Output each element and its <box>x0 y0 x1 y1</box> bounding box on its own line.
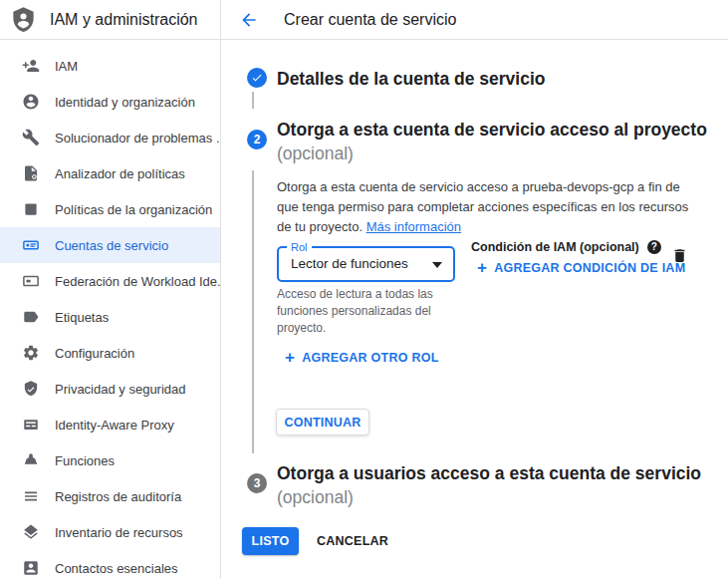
add-another-role-button[interactable]: AGREGAR OTRO ROL <box>285 349 439 366</box>
add-iam-condition-button[interactable]: AGREGAR CONDICIÓN DE IAM <box>477 259 685 276</box>
step-2-optional: (opcional) <box>277 142 707 165</box>
step-connector <box>252 92 254 109</box>
done-button[interactable]: LISTO <box>242 527 299 555</box>
main-content: Detalles de la cuenta de servicio 2 Otor… <box>221 40 728 579</box>
label-tag-icon <box>22 308 40 326</box>
sidebar-item-privacidad[interactable]: Privacidad y seguridad <box>0 371 220 407</box>
role-select[interactable]: Rol Lector de funciones <box>277 246 455 282</box>
sidebar-item-etiquetas[interactable]: Etiquetas <box>0 299 220 335</box>
step-1-indicator <box>247 68 267 88</box>
top-bar: IAM y administración Crear cuenta de ser… <box>0 0 728 40</box>
sidebar-item-label: Configuración <box>55 346 134 361</box>
sidebar-item-politicas-org[interactable]: Políticas de la organización <box>0 191 220 227</box>
sidebar-item-label: Privacidad y seguridad <box>55 382 186 397</box>
back-button[interactable] <box>237 8 261 32</box>
sidebar-item-funciones[interactable]: Funciones <box>0 442 220 478</box>
step-2-description: Otorga a esta cuenta de servicio acceso … <box>277 177 699 237</box>
check-icon <box>251 72 263 84</box>
gear-icon <box>22 344 40 362</box>
help-question-icon[interactable] <box>647 240 661 254</box>
step-connector <box>252 170 254 453</box>
iam-shield-person-icon <box>10 6 37 33</box>
sidebar-nav: IAM Identidad y organización Solucionado… <box>0 40 221 579</box>
contact-card-icon <box>22 559 40 577</box>
sidebar-header: IAM y administración <box>0 0 221 40</box>
continue-button[interactable]: CONTINUAR <box>276 409 369 435</box>
role-field-value: Lector de funciones <box>291 256 408 271</box>
step-1-title: Detalles de la cuenta de servicio <box>277 69 545 89</box>
arrow-back-icon <box>239 10 259 30</box>
sidebar-item-label: Funciones <box>55 453 115 468</box>
step-3-title: Otorga a usuarios acceso a esta cuenta d… <box>277 461 701 509</box>
more-info-link[interactable]: Más información <box>366 219 461 234</box>
sidebar-item-label: Cuentas de servicio <box>55 238 168 253</box>
sidebar-item-registros[interactable]: Registros de auditoría <box>0 478 220 514</box>
layers-icon <box>22 523 40 541</box>
shield-check-icon <box>22 380 40 398</box>
page-header: Crear cuenta de servicio <box>221 0 728 40</box>
step-2-title: Otorga a esta cuenta de servicio acceso … <box>277 118 707 165</box>
role-helper-text: Acceso de lectura a todas las funciones … <box>277 286 468 337</box>
page-title: Crear cuenta de servicio <box>284 11 456 29</box>
document-gear-icon <box>22 164 40 182</box>
sidebar-item-cuentas-de-servicio[interactable]: Cuentas de servicio <box>0 227 220 263</box>
workload-identity-card-icon <box>22 272 40 290</box>
step-3-indicator: 3 <box>247 473 267 493</box>
sidebar-item-label: Contactos esenciales <box>55 561 178 576</box>
sidebar-item-inventario[interactable]: Inventario de recursos <box>0 514 220 550</box>
sidebar-item-iam[interactable]: IAM <box>0 48 220 84</box>
plus-icon <box>285 349 295 366</box>
hard-hat-icon <box>22 451 40 469</box>
list-lines-icon <box>22 487 40 505</box>
step-3-optional: (opcional) <box>277 485 701 509</box>
sidebar-item-identidad[interactable]: Identidad y organización <box>0 84 220 120</box>
sidebar-item-federacion-workload[interactable]: Federación de Workload Ide... <box>0 263 220 299</box>
cancel-button[interactable]: CANCELAR <box>309 527 396 555</box>
role-field-label: Rol <box>287 240 312 254</box>
card-icon <box>22 200 40 218</box>
service-account-icon <box>22 236 40 254</box>
iam-condition-label: Condición de IAM (opcional) <box>471 240 661 254</box>
sidebar-item-label: Identity-Aware Proxy <box>55 418 174 433</box>
app-title: IAM y administración <box>50 11 198 29</box>
sidebar-item-analizador[interactable]: Analizador de políticas <box>0 155 220 191</box>
sidebar-item-label: Inventario de recursos <box>55 525 183 540</box>
sidebar-item-label: Federación de Workload Ide... <box>55 274 221 289</box>
sidebar-item-label: Analizador de políticas <box>55 166 185 181</box>
sidebar-item-label: Solucionador de problemas ... <box>55 131 221 145</box>
sidebar-item-label: Etiquetas <box>55 310 109 325</box>
chevron-down-icon <box>432 262 442 268</box>
proxy-bars-icon <box>22 416 40 434</box>
step-2-indicator: 2 <box>247 130 267 149</box>
sidebar-item-solucionador[interactable]: Solucionador de problemas ... <box>0 120 220 155</box>
sidebar-item-label: Registros de auditoría <box>55 489 181 504</box>
account-circle-icon <box>22 93 40 111</box>
delete-role-button[interactable] <box>671 246 688 268</box>
sidebar-item-configuracion[interactable]: Configuración <box>0 335 220 371</box>
person-add-icon <box>22 57 40 75</box>
plus-icon <box>477 259 487 276</box>
trash-icon <box>671 246 688 265</box>
wrench-icon <box>22 129 40 146</box>
sidebar-item-iap[interactable]: Identity-Aware Proxy <box>0 407 220 442</box>
sidebar-item-contactos[interactable]: Contactos esenciales <box>0 550 220 579</box>
sidebar-item-label: IAM <box>55 59 78 74</box>
sidebar-item-label: Identidad y organización <box>55 95 195 110</box>
sidebar-item-label: Políticas de la organización <box>55 202 212 217</box>
